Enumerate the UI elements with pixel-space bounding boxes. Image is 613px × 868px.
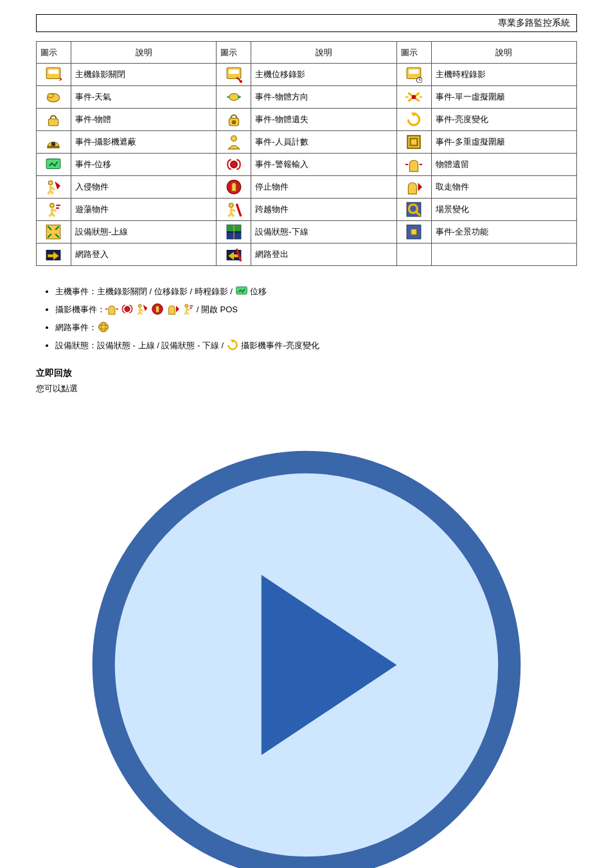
fullscreen-b-icon: [405, 224, 422, 240]
event-icon-cell: [37, 64, 71, 86]
event-label-cell: 事件-物體方向: [251, 86, 396, 109]
event-icon-cell: [217, 176, 251, 199]
event-icon-cell: [396, 64, 431, 86]
event-icon-cell: [37, 131, 71, 154]
person-cross-icon: [226, 201, 242, 218]
event-label-cell: 網路登入: [71, 244, 216, 266]
rec-motion-icon: [226, 66, 242, 83]
event-icon-cell: [396, 131, 431, 154]
hand-move-icon: [405, 156, 422, 173]
loiter-icon: [45, 201, 62, 218]
event-icon-cell: [217, 86, 251, 109]
events-header: 說明: [71, 42, 216, 64]
event-label-cell: 事件-物體: [71, 109, 216, 131]
person-icon: [226, 134, 242, 150]
rec-x-icon: [45, 66, 62, 83]
hand-take-icon: [405, 179, 422, 195]
event-icon-cell: [217, 154, 251, 176]
events-header: 圖示: [37, 42, 71, 64]
event-label-cell: 事件-物體遺失: [251, 109, 396, 131]
event-icon-cell: [396, 176, 431, 199]
sensor-icon: [121, 303, 134, 315]
event-icon-cell: [217, 244, 251, 266]
note-item: 攝影機事件： / 開啟 POS: [55, 301, 577, 319]
event-label-cell: 場景變化: [431, 199, 576, 221]
event-icon-cell: [37, 244, 71, 266]
hand-stop-icon: [226, 179, 242, 195]
event-label-cell: 停止物件: [251, 176, 396, 199]
event-icon-cell: [396, 109, 431, 131]
event-label-cell: 主機時程錄影: [431, 64, 576, 86]
events-table: 圖示說明圖示說明圖示說明 主機錄影關閉主機位移錄影主機時程錄影事件-天氣事件-物…: [36, 41, 577, 266]
event-label-cell: 事件-人員計數: [251, 131, 396, 154]
note-item: 設備狀態：設備狀態 - 上線 / 設備狀態 - 下線 / 攝影機事件-亮度變化: [55, 337, 577, 355]
hand-move-icon: [105, 303, 118, 315]
event-icon-cell: [396, 86, 431, 109]
event-icon-cell: [37, 86, 71, 109]
netout-icon: [226, 246, 242, 263]
event-icon-cell: [217, 131, 251, 154]
loiter-icon: [181, 303, 194, 315]
event-label-cell: 主機錄影關閉: [71, 64, 216, 86]
events-header: 圖示: [396, 42, 431, 64]
event-icon-cell: [217, 221, 251, 244]
event-icon-cell: [217, 199, 251, 221]
event-label-cell: 事件-攝影機遮蔽: [71, 131, 216, 154]
hand-take-icon: [166, 303, 179, 315]
sensor-icon: [226, 156, 242, 173]
rect-nest-icon: [405, 134, 422, 150]
event-label-cell: 事件-單一虛擬圍籬: [431, 86, 576, 109]
rotate-icon: [405, 111, 422, 128]
intrusion-icon: [45, 179, 62, 195]
event-label-cell: 事件-多重虛擬圍籬: [431, 131, 576, 154]
disc-play-icon: [36, 394, 577, 868]
cloud-arrows-icon: [226, 89, 242, 105]
event-icon-cell: [37, 221, 71, 244]
events-header: 說明: [431, 42, 576, 64]
event-label-cell: 遊蕩物件: [71, 199, 216, 221]
event-label-cell: 主機位移錄影: [251, 64, 396, 86]
fullscreen-y-icon: [45, 224, 62, 240]
cam-icon: [45, 134, 62, 150]
event-icon-cell: [396, 244, 431, 266]
note-item: 網路事件：: [55, 319, 577, 337]
event-label-cell: 網路登出: [251, 244, 396, 266]
event-icon-cell: [37, 199, 71, 221]
event-label-cell: 事件-位移: [71, 154, 216, 176]
rec-timer-icon: [405, 66, 422, 83]
split-icon: [226, 224, 242, 240]
top-banner: 專業多路監控系統: [36, 14, 577, 32]
rotate-icon: [226, 339, 239, 351]
section-body: 您可以點選 回同放已備份的資料。請點選 開始回放，或點選 停止回放。: [36, 383, 577, 868]
event-label-cell: 設備狀態-下線: [251, 221, 396, 244]
event-icon-cell: [217, 64, 251, 86]
event-icon-cell: [37, 154, 71, 176]
event-label-cell: 設備狀態-上線: [71, 221, 216, 244]
event-label-cell: 事件-全景功能: [431, 221, 576, 244]
notes-list: 主機事件：主機錄影關閉 / 位移錄影 / 時程錄影 / 位移攝影機事件： / 開…: [55, 283, 577, 355]
events-header: 說明: [251, 42, 396, 64]
note-item: 主機事件：主機錄影關閉 / 位移錄影 / 時程錄影 / 位移: [55, 283, 577, 301]
events-header: 圖示: [217, 42, 251, 64]
event-icon-cell: [37, 176, 71, 199]
event-label-cell: 事件-天氣: [71, 86, 216, 109]
motion-icon: [45, 156, 62, 173]
lock-icon: [45, 111, 62, 128]
magnify-icon: [405, 201, 422, 218]
event-label-cell: 跨越物件: [251, 199, 396, 221]
section-title: 立即回放: [36, 368, 577, 379]
cloud-icon: [45, 89, 62, 105]
event-label-cell: 物體遺留: [431, 154, 576, 176]
event-label-cell: [431, 244, 576, 266]
event-icon-cell: [37, 109, 71, 131]
netin-icon: [45, 246, 62, 263]
motion-icon: [235, 285, 248, 297]
event-label-cell: 事件-亮度變化: [431, 109, 576, 131]
globe-icon: [97, 321, 110, 333]
event-label-cell: 事件-警報輸入: [251, 154, 396, 176]
intrusion-icon: [136, 303, 148, 315]
event-icon-cell: [396, 199, 431, 221]
event-icon-cell: [396, 221, 431, 244]
event-label-cell: 取走物件: [431, 176, 576, 199]
crosswire-icon: [405, 89, 422, 105]
